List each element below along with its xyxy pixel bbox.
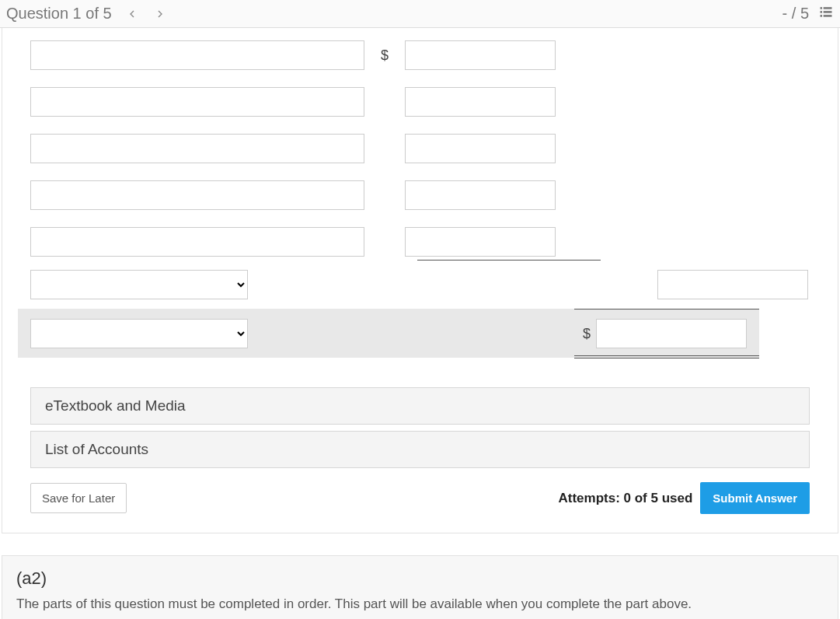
question-actions: Save for Later Attempts: 0 of 5 used Sub… (2, 474, 838, 526)
total-row: $ (18, 309, 759, 358)
prev-question-icon[interactable] (124, 6, 140, 22)
account-input-4[interactable] (30, 180, 364, 210)
subtotal-select[interactable] (30, 270, 248, 299)
attempts-label: Attempts: 0 of 5 used (559, 491, 693, 506)
account-input-2[interactable] (30, 87, 364, 117)
svg-rect-1 (824, 7, 832, 9)
account-input-1[interactable] (30, 40, 364, 70)
account-input-5[interactable] (30, 227, 364, 257)
amount-input-2[interactable] (405, 87, 556, 117)
total-amount[interactable] (596, 319, 747, 348)
svg-rect-5 (824, 15, 832, 16)
amount-input-5[interactable] (405, 227, 556, 257)
top-bar: Question 1 of 5 - / 5 (0, 0, 840, 28)
dollar-sign: $ (371, 47, 399, 64)
next-part-card: (a2) The parts of this question must be … (2, 555, 838, 619)
part-label: (a2) (16, 568, 824, 589)
amount-input-1[interactable] (405, 40, 556, 70)
svg-rect-4 (821, 15, 823, 16)
save-for-later-button[interactable]: Save for Later (30, 483, 127, 513)
subtotal-amount[interactable] (657, 270, 808, 299)
next-question-icon[interactable] (152, 6, 168, 22)
svg-rect-2 (821, 11, 823, 13)
svg-rect-0 (821, 7, 823, 9)
amount-input-3[interactable] (405, 134, 556, 163)
score-label: - / 5 (782, 5, 809, 23)
svg-rect-3 (824, 11, 832, 13)
part-locked-message: The parts of this question must be compl… (16, 596, 824, 612)
question-card: $ (2, 28, 838, 533)
question-list-icon[interactable] (818, 4, 834, 23)
total-select[interactable] (30, 319, 248, 348)
list-of-accounts-accordion[interactable]: List of Accounts (30, 431, 810, 468)
question-label: Question 1 of 5 (6, 5, 112, 23)
account-input-3[interactable] (30, 134, 364, 163)
subtotal-rule (417, 260, 601, 261)
etextbook-accordion[interactable]: eTextbook and Media (30, 387, 810, 425)
dollar-sign: $ (577, 326, 596, 342)
amount-input-4[interactable] (405, 180, 556, 210)
submit-answer-button[interactable]: Submit Answer (700, 482, 810, 514)
